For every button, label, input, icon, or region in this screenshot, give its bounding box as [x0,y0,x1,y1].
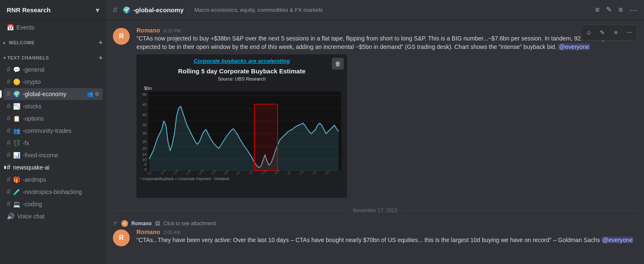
sidebar-item-coding[interactable]: # 💻 -coding [3,198,103,210]
section-text-channels-header[interactable]: ▾ TEXT CHANNELS + [0,51,106,63]
avatar-reply-romano: R [121,220,128,227]
svg-text:20: 20 [142,146,147,151]
settings-icon-global-economy[interactable]: ⚙ [95,91,99,97]
calendar-icon: 📅 [7,24,14,31]
hash-icon-fixed-income: # [7,151,11,159]
message-text-msg1: "CTAs now projected to buy +$38bn S&P ov… [136,35,637,51]
main-content: # 🌍 -global-economy Macro economics, equ… [106,0,644,264]
channel-label-options: -options [23,115,99,122]
date-divider-text: November 17, 2023 [353,207,397,213]
channel-action-icons: 👥 ⚙ [87,91,99,97]
channel-header-hash-icon: # [113,5,118,15]
emoji-fx: 💱 [13,140,20,146]
sidebar-item-fixed-income[interactable]: # 📊 -fixed-income [3,149,103,161]
text-channels-chevron: ▾ [3,56,6,60]
members-icon-global-economy[interactable]: 👥 [87,91,93,97]
sidebar-item-stocks[interactable]: # 📉 -stocks [3,100,103,112]
channel-header-description: Macro economics, equity, commodities & F… [194,7,323,13]
section-welcome: ▸ WELCOME + [0,36,106,48]
sidebar-content: 📅 Events ▸ WELCOME + ▾ TEXT CHANNELS + [0,20,106,264]
message-image-container: 🗑 Corporate buybacks are accelerating Ro… [136,54,347,198]
hash-icon-general: # [7,66,11,73]
delete-image-button[interactable]: 🗑 [332,58,344,70]
channel-label-general: -general [23,66,99,73]
date-divider-nov17: November 17, 2023 [106,201,644,220]
sidebar-item-options[interactable]: # 📋 -options [3,113,103,124]
channel-label-newsquake-ai: newsquake-ai [13,164,99,171]
hash-icon-options: # [7,115,11,122]
chart-main-title: Rolling 5 day Corporate Buyback Estimate [136,66,347,76]
emoji-stocks: 📉 [13,103,20,110]
server-name: RNR Research [7,6,51,13]
threads-button[interactable]: ≡ [610,27,622,38]
sidebar-item-nootropics-biohacking[interactable]: # 🧪 -nootropics-biohacking [3,186,103,198]
emoji-airdrops: 🎁 [13,176,20,183]
reply-preview-text: Click to see attachment [163,221,216,226]
voice-icon: 🔊 [7,213,15,220]
sidebar-item-community-trades[interactable]: # 👥 -community-trades [3,125,103,137]
svg-text:35: 35 [142,123,147,127]
section-welcome-header[interactable]: ▸ WELCOME + [0,36,106,48]
more-icon[interactable]: ⋯ [630,5,637,15]
active-indicator [0,90,2,98]
voice-channel-voice-chat[interactable]: 🔊 Voice chat [3,210,103,222]
sidebar-item-events[interactable]: 📅 Events [3,22,103,33]
channel-label-global-economy: -global-economy [23,91,84,97]
svg-text:0: 0 [144,167,147,172]
channel-label-fx: -fx [23,140,99,146]
messages-area: R Romano 6:33 PM "CTAs now projected to … [106,20,644,264]
hash-icon-newsquake-ai: # [7,164,11,171]
svg-text:$bn: $bn [144,86,152,91]
voice-chat-label: Voice chat [17,213,45,220]
pencil-edit-button[interactable]: ✎ [596,27,608,38]
attachment-icon: 🖼 [155,221,160,226]
events-label: Events [16,24,99,31]
svg-text:15: 15 [142,152,147,156]
sidebar-item-general[interactable]: # 💬 -general [3,64,103,75]
sidebar-item-newsquake-ai[interactable]: # newsquake-ai [3,162,103,173]
emoji-fixed-income: 📊 [13,152,20,159]
server-chevron-icon: ▾ [96,5,99,15]
members-icon[interactable]: ≡ [618,5,623,15]
message-group-msg1: R Romano 6:33 PM "CTAs now projected to … [106,24,644,201]
date-divider-line-right [402,210,637,211]
channel-label-fixed-income: -fixed-income [23,152,99,159]
text-channels-add-button[interactable]: + [99,54,103,62]
hash-icon-coding: # [7,200,11,208]
channel-label-coding: -coding [23,201,99,207]
message-header-msg1: Romano 6:33 PM [136,27,637,34]
chart-title-italic: Corporate buybacks are accelerating [136,54,347,66]
sidebar-item-fx[interactable]: # 💱 -fx [3,137,103,149]
sidebar-item-crypto[interactable]: # 🪙 -crypto [3,76,103,88]
welcome-add-button[interactable]: + [99,39,103,46]
hash-icon-airdrops: # [7,176,11,183]
emoji-react-button[interactable]: ☺ [583,27,595,38]
emoji-global-economy: 🌍 [13,91,20,97]
welcome-label: WELCOME [9,40,35,45]
edit-icon[interactable]: ✎ [606,5,612,15]
channel-label-stocks: -stocks [23,103,99,110]
svg-text:50: 50 [142,92,147,97]
channel-header-divider [189,5,189,15]
section-text-channels: ▾ TEXT CHANNELS + # 💬 -general # 🪙 -cryp… [0,51,106,210]
date-divider-line-left [113,210,348,211]
svg-text:45: 45 [142,102,147,107]
unread-dot-newsquake-ai [4,166,6,169]
channel-label-airdrops: -airdrops [23,176,99,183]
mention-everyone-2: @everyone [601,237,633,243]
message-group-msg2: R Romano 2:05 AM "CTAs...They have been … [106,228,644,248]
channel-label-crypto: -crypto [23,78,99,85]
message-username-romano-1: Romano [136,27,160,34]
emoji-crypto: 🪙 [13,78,20,85]
sidebar-item-airdrops[interactable]: # 🎁 -airdrops [3,174,103,186]
threads-icon[interactable]: ≡ [595,5,600,15]
more-options-button[interactable]: ⋯ [623,27,635,38]
message-content-msg2: Romano 2:05 AM "CTAs...They have been ve… [136,229,637,246]
hash-icon-fx: # [7,139,11,147]
channel-header-name: 🌍 -global-economy [123,6,184,14]
svg-text:40: 40 [142,113,147,117]
message-content-msg1: Romano 6:33 PM "CTAs now projected to bu… [136,27,637,199]
text-channels-label: TEXT CHANNELS [8,55,49,60]
server-header[interactable]: RNR Research ▾ [0,0,106,20]
sidebar-item-global-economy[interactable]: # 🌍 -global-economy 👥 ⚙ [3,88,103,100]
